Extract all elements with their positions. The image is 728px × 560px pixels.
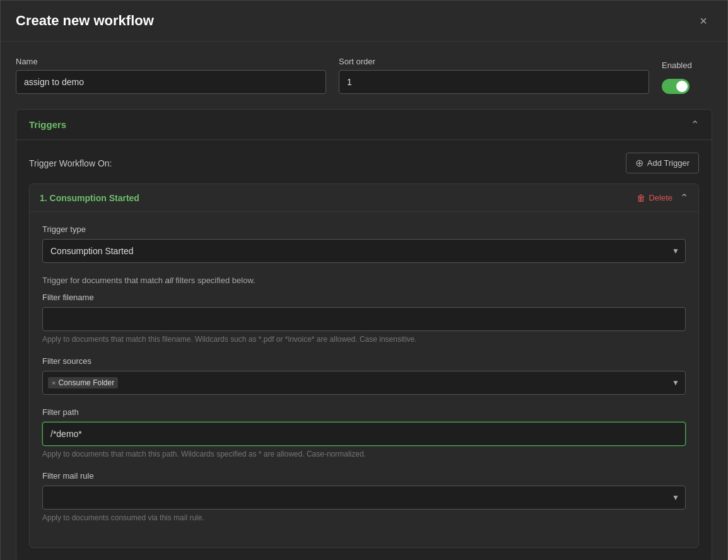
trigger-type-select[interactable]: Consumption Started Document Added Docum…: [42, 239, 686, 263]
plus-icon: ⊕: [635, 157, 643, 169]
filter-mail-rule-select[interactable]: [42, 486, 686, 510]
trigger-item-header: 1. Consumption Started 🗑 Delete ⌃: [30, 184, 698, 211]
filter-sources-group: Filter sources × Consume Folder ▼: [42, 356, 686, 395]
sort-order-label: Sort order: [339, 57, 649, 66]
filter-filename-hint: Apply to documents that match this filen…: [42, 335, 686, 344]
filter-mail-rule-label: Filter mail rule: [42, 471, 686, 481]
trigger-type-group: Trigger type Consumption Started Documen…: [42, 225, 686, 263]
delete-trigger-button[interactable]: 🗑 Delete: [637, 193, 672, 203]
toggle-slider: [662, 79, 690, 94]
match-hint: Trigger for documents that match all fil…: [42, 276, 686, 285]
trigger-item: 1. Consumption Started 🗑 Delete ⌃: [29, 184, 699, 548]
trigger-item-actions: 🗑 Delete ⌃: [637, 192, 688, 204]
triggers-section-header[interactable]: Triggers ⌃: [16, 110, 712, 139]
triggers-section: Triggers ⌃ Trigger Workflow On: ⊕ Add Tr…: [16, 109, 712, 560]
delete-label: Delete: [649, 193, 672, 202]
filter-path-group: Filter path Apply to documents that matc…: [42, 407, 686, 458]
filter-mail-rule-select-wrapper: ▼: [42, 486, 686, 510]
name-label: Name: [16, 57, 326, 66]
sort-order-group: Sort order: [339, 57, 649, 94]
trigger-item-title: 1. Consumption Started: [40, 193, 139, 203]
filter-path-hint: Apply to documents that match this path.…: [42, 450, 686, 458]
filter-mail-rule-group: Filter mail rule ▼ Apply to documents co…: [42, 471, 686, 522]
trigger-workflow-label: Trigger Workflow On:: [29, 158, 112, 168]
trigger-workflow-row: Trigger Workflow On: ⊕ Add Trigger: [29, 153, 699, 173]
name-input[interactable]: [16, 70, 326, 94]
add-trigger-button[interactable]: ⊕ Add Trigger: [626, 153, 699, 173]
triggers-chevron-icon: ⌃: [691, 119, 699, 131]
modal-title: Create new workflow: [16, 13, 154, 29]
filter-filename-group: Filter filename Apply to documents that …: [42, 293, 686, 344]
trigger-type-label: Trigger type: [42, 225, 686, 234]
consume-folder-tag-label: Consume Folder: [58, 378, 114, 387]
filter-mail-rule-hint: Apply to documents consumed via this mai…: [42, 513, 686, 522]
modal-body: Name Sort order Enabled Triggers ⌃: [1, 42, 727, 560]
create-workflow-modal: Create new workflow × Name Sort order En…: [0, 0, 728, 560]
remove-consume-folder-button[interactable]: ×: [52, 380, 56, 387]
filter-filename-label: Filter filename: [42, 293, 686, 302]
modal-header: Create new workflow ×: [1, 1, 727, 42]
filter-sources-multiselect[interactable]: × Consume Folder: [42, 371, 686, 395]
triggers-section-body: Trigger Workflow On: ⊕ Add Trigger 1. Co…: [16, 139, 712, 560]
filter-path-input[interactable]: [42, 422, 686, 446]
consume-folder-tag: × Consume Folder: [48, 377, 118, 388]
trigger-item-body: Trigger type Consumption Started Documen…: [30, 211, 698, 547]
filter-path-label: Filter path: [42, 407, 686, 417]
enabled-toggle[interactable]: [662, 79, 690, 94]
filter-sources-label: Filter sources: [42, 356, 686, 366]
trigger-chevron-up-icon: ⌃: [680, 192, 688, 204]
close-button[interactable]: ×: [695, 12, 712, 30]
triggers-section-title: Triggers: [29, 119, 66, 130]
name-group: Name: [16, 57, 326, 94]
enabled-label: Enabled: [662, 61, 712, 70]
filter-sources-select-wrapper: × Consume Folder ▼: [42, 371, 686, 395]
enabled-group: Enabled: [662, 61, 712, 94]
sort-order-input[interactable]: [339, 70, 649, 94]
trigger-type-select-wrapper: Consumption Started Document Added Docum…: [42, 239, 686, 263]
top-form-row: Name Sort order Enabled: [16, 57, 712, 94]
filter-filename-input[interactable]: [42, 307, 686, 331]
add-trigger-label: Add Trigger: [647, 158, 690, 168]
trash-icon: 🗑: [637, 193, 645, 203]
